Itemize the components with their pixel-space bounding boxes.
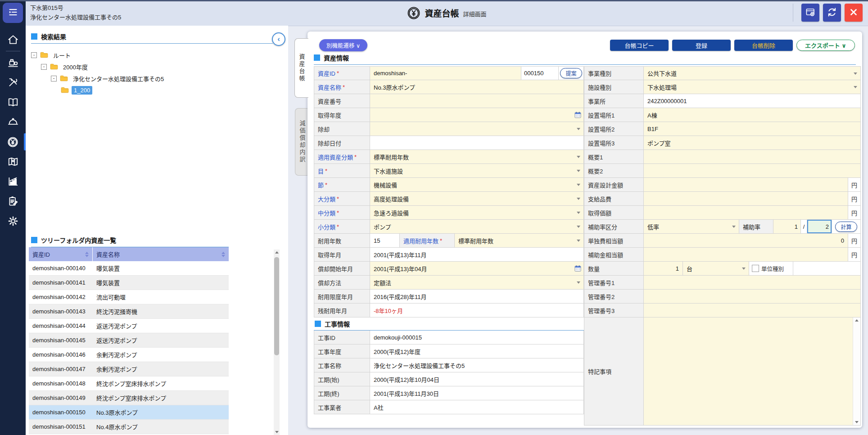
scroll-up-icon[interactable] — [855, 319, 859, 322]
table-row[interactable]: demoshisan-000144返送汚泥ポンプ — [29, 319, 229, 333]
tab-depreciation-detail[interactable]: 減価償却内訳 — [295, 108, 309, 176]
table-row[interactable]: demoshisan-000143終沈汚泥掻寄機 — [29, 304, 229, 319]
field-value-location2[interactable]: B1F — [644, 122, 861, 136]
column-header-asset-name[interactable]: 資産名称 — [93, 247, 229, 261]
kouji-info-header: 工事情報 — [314, 317, 584, 331]
field-value-mgmt-no3[interactable] — [644, 304, 861, 317]
tree-node[interactable]: -2000年度 — [28, 61, 271, 72]
scroll-down-icon[interactable] — [855, 421, 859, 423]
sidebar-item-chart[interactable] — [0, 172, 26, 191]
field-value-acquisition-price[interactable] — [644, 206, 848, 220]
cell-asset-id: demoshisan-000140 — [29, 265, 93, 272]
suggest-button[interactable]: 提案 — [560, 68, 582, 78]
window-restore-button[interactable] — [801, 4, 819, 22]
sidebar-item-report[interactable] — [0, 191, 26, 211]
tree-node[interactable]: -浄化センター水処理設備工事その5 — [28, 72, 271, 84]
field-value-quantity[interactable]: 1 — [644, 262, 683, 276]
field-value-middle-class[interactable]: 急速ろ過設備 — [370, 206, 584, 220]
tree-collapse-icon[interactable]: - — [41, 64, 47, 70]
field-value-small-class[interactable]: ポンプ — [370, 220, 584, 234]
sidebar-item-manual[interactable] — [0, 92, 26, 112]
sidebar-item-settings[interactable] — [0, 211, 26, 231]
field-value-acquisition-month: 2001(平成13)年11月 — [370, 248, 584, 262]
table-row[interactable]: demoshisan-000148終沈ポンプ室床排水ポンプ — [29, 376, 229, 391]
register-button[interactable]: 登録 — [672, 40, 731, 51]
hamburger-menu-button[interactable] — [3, 3, 23, 23]
field-value-depr-start-month[interactable]: 2001(平成13)年04月 — [370, 262, 584, 276]
field-label-retirement-date: 除却日付 — [314, 136, 370, 150]
field-value-summary2[interactable] — [644, 164, 861, 178]
tab-asset-ledger[interactable]: 資産台帳 — [294, 38, 308, 98]
sidebar-item-map[interactable] — [0, 152, 26, 172]
tree-collapse-icon[interactable]: - — [31, 52, 37, 58]
field-value-acquisition-year[interactable] — [370, 108, 584, 122]
field-value-large-class[interactable]: 高度処理設備 — [370, 192, 584, 206]
scrollbar-thumb[interactable] — [274, 257, 279, 355]
collapse-panel-button[interactable]: ‹ — [272, 32, 285, 46]
field-value-mgmt-no1[interactable] — [644, 276, 861, 290]
field-value-setsu[interactable]: 機械設備 — [370, 178, 584, 192]
table-row[interactable]: demoshisan-000142流出可動堰 — [29, 290, 229, 304]
field-value-asset-name[interactable]: No.3原水ポンプ — [370, 80, 584, 94]
field-label-office: 事業所 — [584, 94, 644, 108]
close-button[interactable] — [845, 4, 863, 22]
field-value-mgmt-no2[interactable] — [644, 290, 861, 304]
sidebar-item-tools[interactable] — [0, 72, 26, 92]
unit-type-checkbox[interactable] — [752, 265, 759, 272]
tree-collapse-icon[interactable]: - — [51, 76, 57, 82]
label-text: 事業所 — [588, 97, 606, 105]
table-row[interactable]: demoshisan-000140曝気装置 — [29, 261, 229, 276]
sidebar-item-asset-ledger[interactable] — [0, 132, 26, 152]
field-value-subsidy-numerator[interactable]: 1 — [773, 220, 801, 234]
field-value-quantity-unit[interactable]: 台 — [683, 262, 749, 276]
table-row[interactable]: demoshisan-000145返送汚泥ポンプ — [29, 333, 229, 348]
textarea-scrollbar[interactable] — [853, 317, 860, 425]
table-row[interactable]: demoshisan-000149終沈ポンプ室床排水ポンプ — [29, 391, 229, 405]
field-value-independent-cost[interactable]: 0 — [644, 234, 848, 248]
field-value-location1[interactable]: A棟 — [644, 108, 861, 122]
field-value-applied-asset-class[interactable]: 標準耐用年数 — [370, 150, 584, 164]
table-row[interactable]: demoshisan-000150No.3原水ポンプ — [29, 405, 229, 420]
table-row[interactable]: demoshisan-000147余剰汚泥ポンプ — [29, 362, 229, 376]
table-row[interactable]: demoshisan-000146余剰汚泥ポンプ — [29, 348, 229, 362]
sidebar-item-home[interactable] — [0, 30, 26, 50]
refresh-button[interactable] — [823, 4, 841, 22]
field-value-unit-type-custom[interactable] — [793, 262, 861, 276]
column-header-asset-id[interactable]: 資産ID — [29, 247, 93, 261]
table-row[interactable]: demoshisan-000151No.4原水ポンプ — [29, 420, 229, 434]
asset-table-scrollbar[interactable] — [274, 249, 280, 435]
field-value-supplied-cost[interactable] — [644, 192, 848, 206]
field-value-moku[interactable]: 下水道施設 — [370, 164, 584, 178]
field-row-retirement: 除却 — [314, 122, 584, 136]
field-value-useful-life[interactable]: 15 — [370, 234, 400, 248]
field-value-subsidy-denominator[interactable]: 2 — [807, 220, 832, 234]
ledger-copy-button[interactable]: 台帳コピー — [610, 40, 669, 51]
scroll-up-icon[interactable] — [274, 249, 280, 255]
calendar-icon[interactable] — [574, 112, 581, 118]
field-value-business-type[interactable]: 公共下水道 — [644, 66, 861, 80]
other-function-nav-button[interactable]: 別機能遷移 ∨ — [319, 39, 367, 51]
sidebar-item-equipment[interactable] — [0, 53, 26, 72]
field-value-location3[interactable]: ポンプ室 — [644, 136, 861, 150]
tree-node[interactable]: -ルート — [28, 49, 271, 61]
tree-node[interactable]: 1_200 — [28, 84, 271, 96]
calendar-icon[interactable] — [574, 265, 581, 272]
field-value-facility-type[interactable]: 下水処理場 — [644, 80, 861, 94]
sidebar-item-helmet[interactable] — [0, 112, 26, 132]
field-value-applied-useful-life[interactable]: 標準耐用年数 — [455, 234, 584, 248]
table-row[interactable]: demoshisan-000141曝気装置 — [29, 276, 229, 290]
export-button[interactable]: エクスポート ∨ — [796, 40, 855, 51]
field-value-retirement[interactable] — [370, 122, 584, 136]
field-value-subsidy-rate-class[interactable]: 低率 — [644, 220, 739, 234]
field-value-asset-design-amount[interactable] — [644, 178, 848, 192]
calculate-button[interactable]: 計算 — [835, 222, 857, 232]
scroll-down-icon[interactable] — [274, 429, 280, 435]
field-value-subsidy-amount[interactable] — [644, 248, 848, 262]
field-value-asset-no[interactable] — [370, 94, 584, 108]
field-value-summary1[interactable] — [644, 150, 861, 164]
asset-id-number-input[interactable]: 000150 — [521, 66, 559, 80]
field-value-asset-id[interactable]: demoshisan- — [370, 66, 521, 80]
field-value-depr-method[interactable]: 定額法 — [370, 276, 584, 290]
ledger-delete-button[interactable]: 台帳削除 — [734, 40, 793, 51]
field-value-notes[interactable] — [644, 317, 861, 426]
